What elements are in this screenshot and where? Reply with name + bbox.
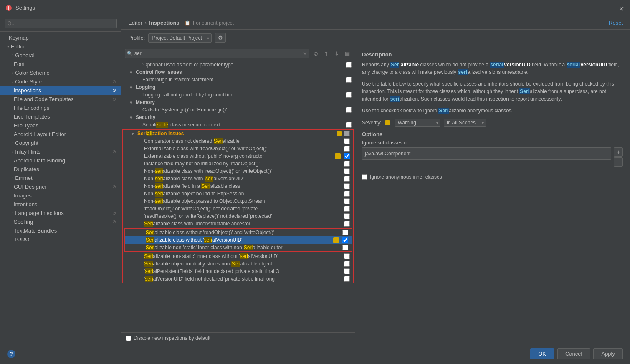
insp-serializable-inner-version[interactable]: Serializable non-'static' inner class wi… (123, 253, 353, 260)
insp-serializable-without-rw[interactable]: Serializable class without 'readObject()… (125, 229, 352, 236)
insp-system-gc[interactable]: Calls to 'System.gc()' or 'Runtime.gc()' (121, 106, 355, 114)
add-ignore-button[interactable]: + (614, 147, 623, 157)
insp-serializable-secure[interactable]: Serializable class in secure context (121, 121, 355, 129)
insp-control-flow[interactable]: ▾ Control flow issues (121, 68, 355, 76)
disable-new-label[interactable]: Disable new inspections by default (134, 335, 210, 341)
ignore-anonymous-checkbox[interactable] (362, 174, 367, 180)
insp-item-checkbox[interactable] (346, 92, 352, 98)
insp-logging-call[interactable]: Logging call not guarded by log conditio… (121, 91, 355, 99)
insp-item-checkbox[interactable] (344, 253, 350, 259)
insp-item-checkbox[interactable] (344, 276, 350, 282)
collapse-button[interactable]: ⇓ (333, 50, 341, 58)
insp-item-checkbox[interactable] (346, 62, 352, 68)
insp-non-serializable-output[interactable]: Non-serializable object passed to Object… (123, 197, 353, 205)
insp-item-checkbox[interactable] (344, 268, 350, 274)
sidebar-item-inspections[interactable]: Inspections ⊘ (0, 86, 121, 95)
profile-select[interactable]: Project Default Project (148, 33, 212, 43)
sidebar-item-intentions[interactable]: Intentions (0, 200, 121, 209)
sidebar-item-file-code-templates[interactable]: File and Code Templates ⊘ (0, 95, 121, 104)
sidebar-item-language-injections[interactable]: › Language Injections ⊘ (0, 209, 121, 217)
disable-new-checkbox[interactable] (126, 336, 131, 341)
insp-non-serializable-read[interactable]: Non-serializable class with 'readObject(… (123, 167, 353, 175)
insp-item-checkbox[interactable] (344, 221, 350, 227)
insp-item-checkbox[interactable] (344, 261, 350, 267)
sidebar-item-images[interactable]: Images (0, 191, 121, 200)
ignore-anonymous-label[interactable]: Ignore anonymous inner classes (370, 174, 442, 180)
insp-item-checkbox[interactable] (344, 153, 350, 159)
sidebar-item-keymap[interactable]: Keymap (0, 33, 121, 42)
insp-non-serializable-field[interactable]: Non-serializable field in a Serializable… (123, 182, 353, 190)
insp-item-checkbox[interactable] (344, 206, 350, 212)
help-button[interactable]: ? (7, 350, 15, 358)
sidebar-item-copyright[interactable]: › Copyright (0, 139, 121, 147)
insp-security[interactable]: ▾ Security (121, 114, 355, 121)
sidebar-item-general[interactable]: › General (0, 51, 121, 60)
sidebar-item-android-data-binding[interactable]: Android Data Binding (0, 156, 121, 165)
flatten-button[interactable]: ▤ (343, 50, 352, 58)
insp-item-checkbox[interactable] (342, 237, 348, 243)
sidebar-item-file-encodings[interactable]: File Encodings (0, 104, 121, 112)
sidebar-item-code-style[interactable]: › Code Style ⊘ (0, 77, 121, 86)
insp-memory[interactable]: ▾ Memory (121, 99, 355, 106)
sidebar-item-gui-designer[interactable]: GUI Designer ⊘ (0, 182, 121, 191)
sidebar-item-editor[interactable]: ▾ Editor (0, 42, 121, 51)
sidebar-item-file-types[interactable]: File Types (0, 121, 121, 130)
inspection-search-input[interactable] (125, 49, 309, 58)
insp-serializable-unconstructable[interactable]: Serializable class with unconstructable … (123, 220, 353, 228)
insp-item-checkbox[interactable] (342, 230, 348, 235)
sidebar-item-inlay-hints[interactable]: › Inlay Hints ⊘ (0, 147, 121, 156)
sidebar-item-android-layout-editor[interactable]: Android Layout Editor (0, 130, 121, 139)
cancel-button[interactable]: Cancel (557, 348, 590, 359)
insp-item-checkbox[interactable] (342, 245, 348, 250)
sidebar-item-live-templates[interactable]: Live Templates (0, 112, 121, 121)
insp-serialversionuid-long[interactable]: 'serialVersionUID' field not declared 'p… (123, 275, 353, 283)
apply-button[interactable]: Apply (593, 348, 623, 359)
sidebar-item-font[interactable]: Font (0, 60, 121, 68)
sidebar-item-todo[interactable]: TODO (0, 235, 121, 244)
insp-optional-field[interactable]: 'Optional' used as field or parameter ty… (121, 61, 355, 68)
insp-item-checkbox[interactable] (344, 168, 350, 174)
insp-serializable-without-svuid[interactable]: Serializable class without 'serialVersio… (125, 236, 352, 244)
insp-serialization-issues[interactable]: ▾ Serialization issues (123, 130, 353, 137)
insp-item-checkbox[interactable] (344, 138, 350, 144)
close-button[interactable]: ✕ (619, 5, 625, 11)
profile-gear-button[interactable]: ⚙ (215, 33, 226, 43)
insp-item-checkbox[interactable] (346, 77, 352, 83)
insp-readresolve-protected[interactable]: 'readResolve()' or 'writeReplace()' not … (123, 212, 353, 220)
insp-comparator[interactable]: Comparator class not declared Serializab… (123, 137, 353, 145)
scope-select[interactable]: In All Scopes In Tests Only (444, 119, 486, 127)
sidebar-search-input[interactable] (5, 19, 117, 28)
insp-non-serializable-http[interactable]: Non-serializable object bound to HttpSes… (123, 190, 353, 197)
insp-item-checkbox[interactable] (344, 191, 350, 197)
sidebar-item-spelling[interactable]: Spelling ⊘ (0, 217, 121, 226)
sidebar-item-textmate-bundles[interactable]: TextMate Bundles (0, 226, 121, 235)
filter-button[interactable]: ⊘ (312, 50, 320, 58)
insp-serialpersistentfields[interactable]: 'serialPersistentFields' field not decla… (123, 268, 353, 275)
insp-non-serializable-version[interactable]: Non-serializable class with 'serialVersi… (123, 175, 353, 182)
insp-externalizable-public[interactable]: Externalizable class without 'public' no… (123, 152, 353, 160)
insp-item-checkbox[interactable] (346, 107, 352, 113)
insp-item-checkbox[interactable] (344, 161, 350, 167)
insp-item-checkbox[interactable] (344, 213, 350, 219)
insp-item-checkbox[interactable] (344, 198, 350, 204)
sidebar-item-duplicates[interactable]: Duplicates (0, 165, 121, 174)
ok-button[interactable]: OK (530, 348, 554, 359)
insp-item-checkbox[interactable] (344, 146, 350, 152)
insp-item-checkbox[interactable] (344, 131, 350, 136)
insp-serializable-inner[interactable]: Serializable non-'static' inner class wi… (125, 244, 352, 251)
insp-item-checkbox[interactable] (344, 176, 350, 182)
insp-logging[interactable]: ▾ Logging (121, 83, 355, 91)
insp-item-checkbox[interactable] (346, 122, 352, 128)
insp-readobject-private[interactable]: 'readObject()' or 'writeObject()' not de… (123, 205, 353, 212)
insp-item-checkbox[interactable] (344, 183, 350, 189)
insp-serializable-stores[interactable]: Serializable object implicitly stores no… (123, 260, 353, 268)
search-clear-button[interactable]: ✕ (303, 51, 307, 57)
insp-fallthrough[interactable]: Fallthrough in 'switch' statement (121, 76, 355, 83)
sidebar-item-emmet[interactable]: › Emmet (0, 174, 121, 182)
severity-select[interactable]: Warning Error Info Weak Warning (395, 119, 440, 127)
insp-instance-field[interactable]: Instance field may not be initialized by… (123, 160, 353, 167)
expand-button[interactable]: ⇑ (322, 50, 330, 58)
insp-externalizable-read[interactable]: Externalizable class with 'readObject()'… (123, 145, 353, 152)
sidebar-item-color-scheme[interactable]: › Color Scheme (0, 68, 121, 77)
reset-button[interactable]: Reset (609, 20, 623, 26)
